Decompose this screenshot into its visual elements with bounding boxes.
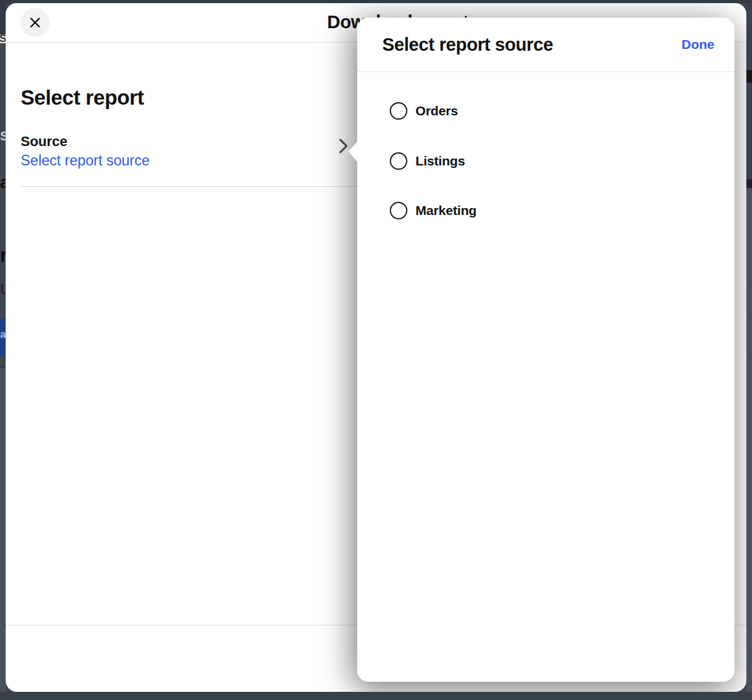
- radio-option-label: Marketing: [415, 203, 476, 218]
- background-text-fragment: r: [0, 244, 6, 267]
- radio-button-icon[interactable]: [390, 152, 407, 170]
- divider: [0, 396, 6, 397]
- background-page-bottom-strip: [0, 692, 752, 700]
- close-icon: [28, 16, 42, 29]
- radio-option-orders[interactable]: Orders: [357, 101, 734, 121]
- popover-header: Select report source Done: [357, 18, 734, 72]
- source-label: Source: [21, 132, 353, 151]
- background-fragment: [0, 368, 6, 692]
- popover-title: Select report source: [382, 34, 553, 55]
- radio-option-listings[interactable]: Listings: [357, 151, 734, 171]
- section-title: Select report: [21, 86, 144, 110]
- radio-option-marketing[interactable]: Marketing: [357, 201, 734, 221]
- radio-button-icon[interactable]: [390, 102, 407, 120]
- radio-button-icon[interactable]: [390, 202, 407, 219]
- divider: [0, 478, 6, 478]
- background-fragment: [746, 179, 752, 188]
- background-text-fragment: a: [0, 173, 6, 192]
- divider: [0, 533, 6, 533]
- download-report-modal: Download report Select report Source Sel…: [6, 3, 746, 692]
- close-button[interactable]: [21, 8, 50, 37]
- background-text-fragment: U: [0, 281, 6, 298]
- radio-option-label: Orders: [415, 103, 458, 118]
- select-report-source-popover: Select report source Done Orders Listing…: [357, 18, 734, 682]
- done-button[interactable]: Done: [682, 37, 715, 52]
- background-text-fragment: a: [0, 328, 6, 341]
- divider: [746, 313, 752, 314]
- divider: [0, 424, 6, 424]
- popover-arrow: [348, 142, 357, 162]
- divider: [746, 285, 752, 286]
- radio-option-label: Listings: [415, 154, 465, 169]
- source-row[interactable]: Source Select report source: [21, 132, 353, 170]
- background-blue-bar-fragment: a: [0, 318, 6, 356]
- background-fragment: [746, 70, 752, 83]
- source-value-link[interactable]: Select report source: [21, 151, 353, 170]
- background-text-fragment: S: [0, 128, 6, 144]
- background-page-left-strip: S S a r U a: [0, 0, 6, 700]
- divider: [21, 186, 357, 187]
- background-page-right-strip: [746, 0, 752, 700]
- background-fragment: [0, 0, 6, 34]
- divider: [746, 354, 752, 355]
- background-fragment: [746, 188, 752, 692]
- background-text-fragment: S: [0, 34, 6, 43]
- divider: [0, 367, 6, 368]
